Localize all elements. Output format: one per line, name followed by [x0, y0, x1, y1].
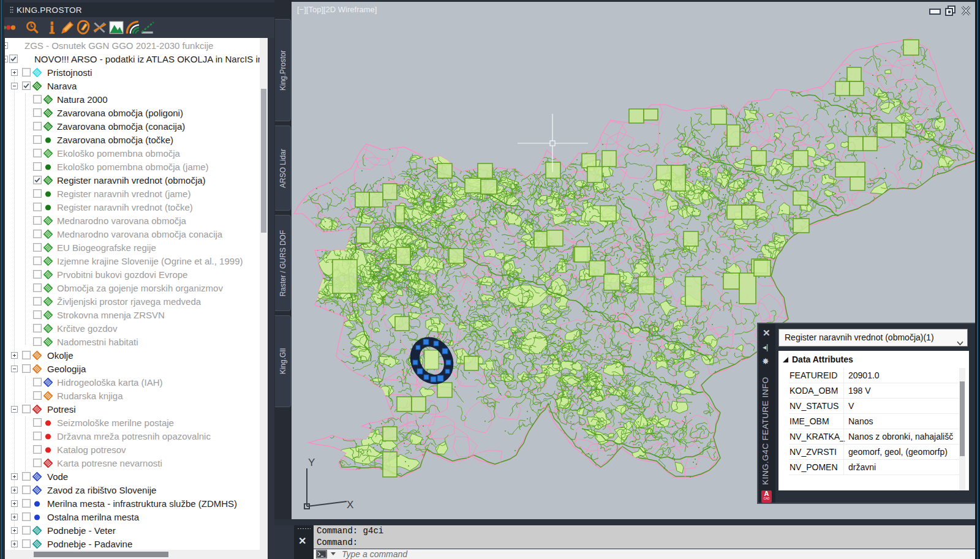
svg-text:Y: Y	[308, 457, 315, 468]
svg-text:X: X	[347, 499, 353, 511]
